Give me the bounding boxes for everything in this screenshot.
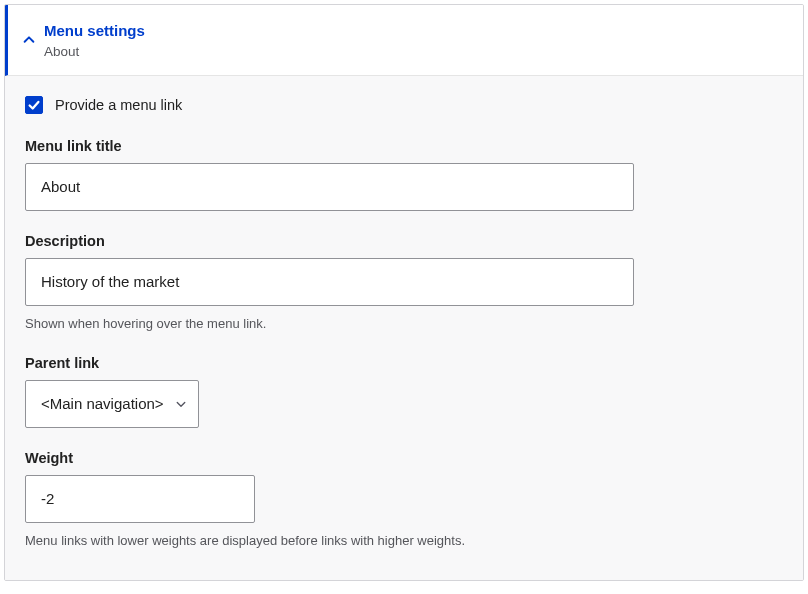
parent-link-select-wrap: <Main navigation> (25, 380, 199, 428)
description-input[interactable] (25, 258, 634, 306)
provide-menu-link-label: Provide a menu link (55, 97, 182, 113)
description-field: Description Shown when hovering over the… (25, 233, 783, 333)
menu-settings-panel: Menu settings About Provide a menu link … (4, 4, 804, 581)
header-text: Menu settings About (44, 21, 145, 59)
chevron-up-icon (22, 33, 36, 47)
panel-title: Menu settings (44, 21, 145, 41)
weight-label: Weight (25, 450, 783, 466)
parent-link-label: Parent link (25, 355, 783, 371)
panel-header[interactable]: Menu settings About (5, 5, 803, 76)
menu-link-title-input[interactable] (25, 163, 634, 211)
parent-link-select[interactable]: <Main navigation> (25, 380, 199, 428)
parent-link-field: Parent link <Main navigation> (25, 355, 783, 428)
weight-field: Weight Menu links with lower weights are… (25, 450, 783, 550)
description-help: Shown when hovering over the menu link. (25, 315, 783, 333)
weight-help: Menu links with lower weights are displa… (25, 532, 783, 550)
description-label: Description (25, 233, 783, 249)
provide-menu-link-checkbox[interactable] (25, 96, 43, 114)
panel-subtitle: About (44, 44, 145, 59)
provide-menu-link-row: Provide a menu link (25, 96, 783, 114)
menu-link-title-label: Menu link title (25, 138, 783, 154)
panel-body: Provide a menu link Menu link title Desc… (5, 76, 803, 580)
menu-link-title-field: Menu link title (25, 138, 783, 211)
weight-input[interactable] (25, 475, 255, 523)
